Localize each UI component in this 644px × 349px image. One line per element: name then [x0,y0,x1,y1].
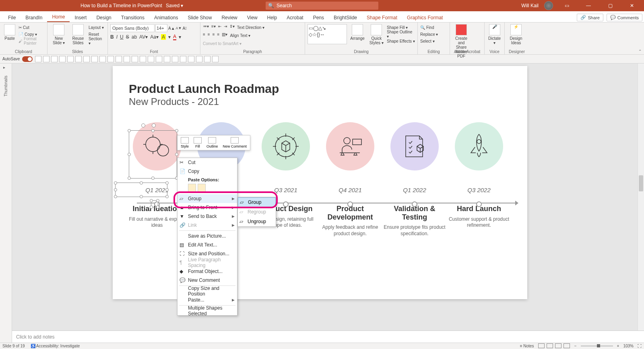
tab-help[interactable]: Help [262,12,282,22]
design-ideas-button[interactable]: ⚡Design Ideas [507,24,525,45]
tab-home[interactable]: Home [47,12,70,22]
mini-fill-button[interactable]: Fill [191,136,204,149]
tab-slideshow[interactable]: Slide Show [183,12,217,22]
tab-transitions[interactable]: Transitions [116,12,149,22]
reading-view-button[interactable] [555,343,561,348]
shadow-button[interactable]: ab [132,34,137,40]
menu-paste-sub[interactable]: Paste...▶ [178,296,237,304]
qat-arrow-icon[interactable] [67,56,74,62]
menu-edit-alt-text[interactable]: ▤Edit Alt Text... [178,240,237,249]
zoom-level[interactable]: 103% [623,344,634,348]
tab-insert[interactable]: Insert [70,12,91,22]
checklist-icon[interactable] [390,122,439,170]
qat-distribute-v-icon[interactable] [180,56,186,62]
timeline-item-5[interactable]: Q1 2022 Validation & Testing Ensure prot… [382,122,447,237]
selection-box-dot[interactable] [151,200,158,207]
user-avatar[interactable] [544,1,553,10]
clear-format-button[interactable]: A⃠ [183,26,187,31]
zoom-in-button[interactable]: + [617,344,619,348]
paste-button[interactable]: Paste [2,24,17,41]
bold-button[interactable]: B [110,34,114,40]
close-button[interactable]: ✕ [624,0,640,11]
font-size-combo[interactable]: 14+ [155,24,167,32]
zoom-slider[interactable] [581,345,613,347]
smartart-button[interactable]: Convert to SmartArt ▾ [203,40,242,47]
menu-copy[interactable]: 📄Copy [178,167,237,176]
menu-format-object[interactable]: ◆Format Object... [178,267,237,276]
slide-count[interactable]: Slide 9 of 19 [2,344,25,348]
dictate-button[interactable]: 🎤Dictate ▾ [487,24,502,45]
comments-button[interactable]: 💬Comments [607,14,642,21]
line-spacing-button[interactable]: ⇕▾ [229,24,235,31]
zoom-out-button[interactable]: − [574,344,577,348]
qat-align-right-icon[interactable] [140,56,146,62]
mini-outline-button[interactable]: Outline [204,136,221,149]
strike-button[interactable]: S [126,34,129,40]
qat-distribute-h-icon[interactable] [172,56,178,62]
vertical-scrollbar[interactable] [638,64,644,343]
shapes-gallery[interactable]: ▭◯△↘◇☆{}↔ [308,24,347,44]
thumbnails-panel[interactable]: ▸ Thumbnails [0,64,12,343]
highlight-button[interactable]: A [161,34,166,40]
minimize-button[interactable]: — [580,0,597,11]
shape-outline-button[interactable]: Shape Outline ▾ [387,31,415,37]
tab-review[interactable]: Review [217,12,242,22]
slide-title[interactable]: Product Launch Roadmap [129,82,279,96]
replace-button[interactable]: Replace ▾ [420,31,438,37]
font-name-combo[interactable]: Open Sans (Body) [110,24,155,32]
tab-file[interactable]: File [3,12,21,22]
menu-send-to-back[interactable]: ▼Send to Back▶ [178,212,237,221]
menu-copy-size-position[interactable]: Copy Size and Position [178,287,237,296]
change-case-button[interactable]: Aa▾ [150,34,159,40]
slideshow-view-button[interactable] [564,343,570,348]
paste-picture-button[interactable] [198,184,206,192]
qat-align-bottom-icon[interactable] [164,56,170,62]
expand-thumbnails-icon[interactable]: ▸ [3,65,5,70]
save-state[interactable]: Saved ▾ [166,3,183,8]
timeline-item-4[interactable]: Q4 2021 Product Development Apply feedba… [318,122,382,237]
qat-save-icon[interactable] [35,56,41,62]
align-center-button[interactable]: ≡ [208,32,210,39]
qat-fontcolor-icon[interactable] [99,56,106,62]
tab-pens[interactable]: Pens [308,12,329,22]
numbering-button[interactable]: ≡▾ [211,24,216,31]
shape-effects-button[interactable]: Shape Effects ▾ [387,38,415,44]
reuse-slides-button[interactable]: Reuse Slides [69,24,87,45]
tab-design[interactable]: Design [91,12,116,22]
qat-align-top-icon[interactable] [148,56,154,62]
qat-rect-icon[interactable] [43,56,50,62]
gear-cube-icon[interactable] [262,122,310,170]
tab-brandin[interactable]: BrandIn [21,12,47,22]
spacing-button[interactable]: AV▾ [139,34,148,40]
notes-pane[interactable]: Click to add notes [12,331,644,343]
indent-dec-button[interactable]: ⇤ [218,24,221,31]
notes-toggle[interactable]: ≡ Notes [520,344,534,348]
menu-save-as-picture[interactable]: Save as Picture... [178,232,237,240]
accessibility-status[interactable]: ♿ Accessibility: Investigate [31,344,80,348]
menu-cut[interactable]: ✂Cut [178,158,237,167]
align-right-button[interactable]: ≡ [213,32,215,39]
qat-eyedropper-icon[interactable] [83,56,90,62]
text-direction-button[interactable]: Text Direction ▾ [237,24,264,31]
increase-size-button[interactable]: A▲ [168,26,175,31]
share-button[interactable]: 🔗Share [577,14,603,21]
qat-ungroup-icon[interactable] [196,56,202,62]
qat-text-icon[interactable] [75,56,82,62]
columns-button[interactable]: ▥▾ [222,32,227,39]
tab-brightslide[interactable]: BrightSlide [329,12,362,22]
mini-style-button[interactable]: Style [178,136,191,149]
font-color-button[interactable]: A [173,34,176,40]
quick-styles-button[interactable]: Quick Styles ▾ [368,24,385,45]
slide-subtitle[interactable]: New Products - 2021 [129,96,219,107]
qat-align-center-icon[interactable] [132,56,138,62]
qat-line-icon[interactable] [59,56,66,62]
slide-canvas[interactable]: Product Launch Roadmap New Products - 20… [12,64,644,343]
tab-shape-format[interactable]: Shape Format [362,12,402,22]
section-button[interactable]: Section ▾ [89,38,105,44]
rocket-icon[interactable] [455,122,503,170]
qat-fill-icon[interactable] [91,56,98,62]
decrease-size-button[interactable]: A▼ [176,26,182,30]
qat-align-left-icon[interactable] [124,56,130,62]
sorter-view-button[interactable] [547,343,553,348]
bullets-button[interactable]: ≔▾ [203,24,209,31]
